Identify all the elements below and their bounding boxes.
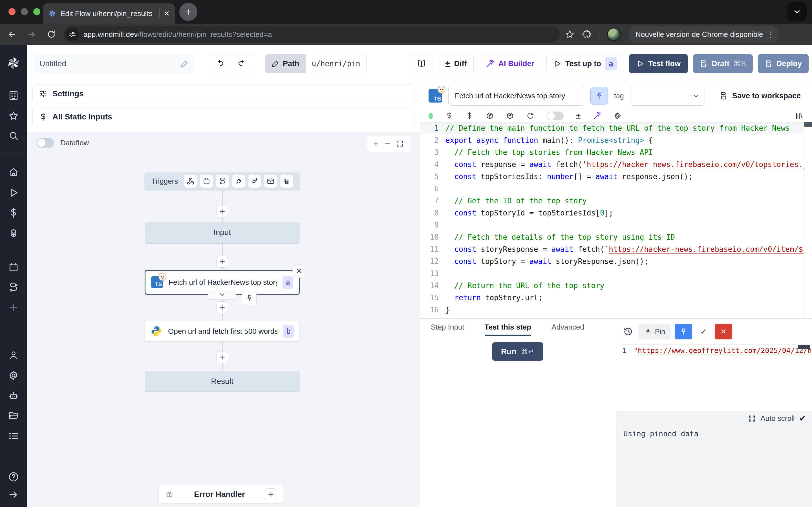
mini-scrollbar[interactable] bbox=[798, 345, 810, 349]
pin-active-button[interactable] bbox=[675, 324, 692, 339]
step-name-input[interactable]: Fetch url of HackerNews top story bbox=[448, 86, 584, 106]
sidebar-item-workspace[interactable] bbox=[8, 90, 19, 101]
sidebar-item-users[interactable] bbox=[8, 349, 19, 361]
tab-step-input[interactable]: Step Input bbox=[431, 319, 464, 336]
zoom-in-button[interactable]: + bbox=[373, 138, 379, 149]
redo-button[interactable] bbox=[231, 54, 253, 73]
flow-name-input[interactable]: Untitled bbox=[34, 54, 195, 73]
editor-toggle[interactable] bbox=[547, 112, 564, 120]
new-tab-button[interactable]: + bbox=[179, 3, 197, 21]
docs-button[interactable] bbox=[410, 54, 433, 73]
all-static-inputs-button[interactable]: All Static Inputs bbox=[33, 108, 414, 126]
add-step-button[interactable] bbox=[216, 351, 228, 363]
expand-icon[interactable] bbox=[748, 414, 756, 422]
code-line[interactable]: 4 const response = await fetch('https://… bbox=[420, 159, 812, 171]
delete-step-button[interactable]: ✕ bbox=[292, 264, 306, 278]
email-icon[interactable] bbox=[264, 175, 277, 187]
webhook-icon[interactable] bbox=[184, 175, 197, 187]
add-step-button[interactable] bbox=[216, 206, 228, 217]
auto-scroll-control[interactable]: Auto scroll ✔ bbox=[748, 414, 806, 423]
dataflow-toggle[interactable] bbox=[37, 138, 54, 148]
code-line[interactable]: 2export async function main(): Promise<s… bbox=[420, 134, 812, 147]
browser-menu-icon[interactable]: ⋮ bbox=[767, 30, 775, 39]
path-button[interactable]: Path u/henri/pin bbox=[265, 54, 367, 73]
windmill-logo[interactable] bbox=[6, 56, 21, 71]
sidebar-item-variables[interactable] bbox=[8, 207, 19, 219]
tab-test-this-step[interactable]: Test this step bbox=[485, 319, 531, 336]
step-b-node[interactable]: Open url and fetch first 500 words of ..… bbox=[145, 321, 300, 341]
code-line[interactable]: 3 // Fetch the top stories from Hacker N… bbox=[420, 147, 812, 159]
profile-avatar[interactable] bbox=[607, 27, 621, 41]
input-node[interactable]: Input bbox=[145, 222, 300, 243]
http-route-icon[interactable] bbox=[216, 175, 229, 187]
result-node[interactable]: Result bbox=[145, 371, 300, 392]
error-handler-node[interactable]: Error Handler bbox=[158, 485, 283, 504]
tab-close-icon[interactable]: ✕ bbox=[163, 9, 170, 18]
fit-view-icon[interactable] bbox=[396, 140, 404, 148]
deploy-button[interactable]: Deploy bbox=[758, 54, 809, 73]
pin-toggle-button[interactable] bbox=[591, 87, 608, 105]
code-line[interactable]: 8 const topStoryId = topStoriesIds[0]; bbox=[420, 207, 812, 219]
sidebar-item-add[interactable] bbox=[8, 302, 19, 313]
window-controls[interactable] bbox=[8, 8, 40, 15]
code-line[interactable]: 14 // Return the URL of the top story bbox=[420, 280, 812, 292]
kafka-icon[interactable] bbox=[248, 175, 261, 187]
sidebar-item-runs[interactable] bbox=[8, 187, 19, 198]
script-settings-icon[interactable] bbox=[614, 112, 622, 120]
editor-scrollbar[interactable] bbox=[804, 122, 812, 318]
code-editor[interactable]: 1// Define the main function to fetch th… bbox=[420, 122, 812, 318]
ai-wand-icon[interactable] bbox=[593, 112, 601, 120]
tab-advanced[interactable]: Advanced bbox=[552, 319, 584, 336]
code-line[interactable]: 7 // Get the ID of the top story bbox=[420, 195, 812, 207]
sidebar-item-triggers[interactable] bbox=[8, 282, 19, 293]
back-button[interactable] bbox=[4, 26, 20, 42]
accept-pin-button[interactable]: ✓ bbox=[696, 324, 711, 339]
poll-icon[interactable] bbox=[280, 175, 293, 187]
test-up-to-button[interactable]: Test up to a bbox=[546, 54, 624, 73]
package-icon[interactable] bbox=[506, 112, 514, 120]
sidebar-item-search[interactable] bbox=[8, 130, 19, 142]
save-to-workspace-button[interactable]: Save to workspace bbox=[719, 92, 801, 100]
code-line[interactable]: 10 // Fetch the details of the top story… bbox=[420, 231, 812, 243]
sidebar-item-settings[interactable] bbox=[8, 370, 19, 381]
url-text[interactable]: app.windmill.dev/flows/edit/u/henri/pin_… bbox=[84, 30, 272, 39]
code-line[interactable]: 17 bbox=[420, 316, 812, 318]
code-line[interactable]: 12 const topStory = await storyResponse.… bbox=[420, 256, 812, 268]
edit-name-icon[interactable] bbox=[181, 59, 189, 68]
history-icon[interactable] bbox=[623, 327, 633, 336]
pin-button[interactable]: Pin bbox=[639, 324, 671, 339]
sidebar-item-logs[interactable] bbox=[8, 430, 19, 442]
forward-button[interactable] bbox=[24, 26, 40, 42]
sidebar-item-home[interactable] bbox=[8, 166, 19, 178]
tag-select[interactable] bbox=[630, 86, 705, 106]
remove-pin-button[interactable]: ✕ bbox=[715, 324, 732, 339]
flow-settings-button[interactable]: Settings bbox=[33, 84, 414, 103]
ai-builder-button[interactable]: AI Builder bbox=[479, 54, 541, 73]
sidebar-item-favorites[interactable] bbox=[8, 110, 19, 122]
code-line[interactable]: 1// Define the main function to fetch th… bbox=[420, 122, 812, 134]
schedule-icon[interactable] bbox=[200, 175, 213, 187]
add-error-handler-button[interactable] bbox=[265, 489, 277, 500]
test-up-to-step-badge[interactable]: a bbox=[605, 57, 617, 70]
reload-button[interactable] bbox=[43, 26, 59, 42]
diff-icon[interactable]: ± bbox=[576, 111, 580, 121]
sidebar-item-folders[interactable] bbox=[8, 410, 19, 421]
undo-button[interactable] bbox=[209, 54, 231, 73]
sidebar-expand-icon[interactable] bbox=[8, 489, 19, 500]
code-line[interactable]: 16} bbox=[420, 304, 812, 316]
chrome-update-button[interactable]: Nouvelle version de Chrome disponible ⋮ bbox=[628, 26, 779, 43]
tab-search-button[interactable] bbox=[787, 2, 807, 21]
zoom-out-button[interactable]: − bbox=[385, 138, 390, 149]
sidebar-item-help[interactable] bbox=[8, 471, 19, 483]
add-step-button[interactable] bbox=[216, 301, 228, 313]
pinned-data-icon[interactable] bbox=[242, 291, 257, 305]
resources-icon[interactable] bbox=[465, 112, 473, 120]
package-icon[interactable] bbox=[486, 112, 494, 120]
triggers-node[interactable]: Triggers bbox=[145, 172, 300, 190]
zoom-window-button[interactable] bbox=[33, 8, 40, 15]
test-flow-button[interactable]: Test flow bbox=[629, 54, 688, 73]
code-line[interactable]: 13 bbox=[420, 268, 812, 280]
browser-tab[interactable]: Edit Flow u/henri/pin_results ✕ bbox=[43, 3, 175, 24]
add-step-button[interactable] bbox=[216, 256, 228, 268]
draft-button[interactable]: Draft ⌘S bbox=[693, 54, 753, 73]
